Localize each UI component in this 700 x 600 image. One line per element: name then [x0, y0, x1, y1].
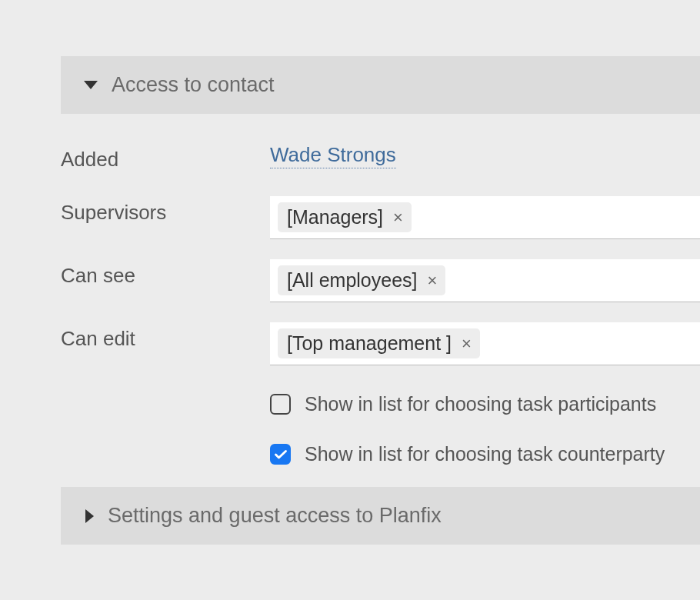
section-title-guest-access: Settings and guest access to Planfix [108, 504, 442, 528]
section-header-guest-access[interactable]: Settings and guest access to Planfix [61, 487, 700, 545]
checkbox-participants-label: Show in list for choosing task participa… [305, 393, 656, 415]
tag-all-employees: [All employees] × [278, 265, 445, 295]
checkbox-counterparty-label: Show in list for choosing task counterpa… [305, 443, 665, 465]
close-icon[interactable]: × [425, 272, 440, 289]
tag-label: [Managers] [287, 206, 383, 228]
tag-top-management: [Top management ] × [278, 328, 480, 358]
can-edit-input[interactable]: [Top management ] × [270, 322, 700, 365]
tag-managers: [Managers] × [278, 202, 412, 232]
section-header-access[interactable]: Access to contact [61, 56, 700, 114]
checkbox-counterparty[interactable] [270, 444, 291, 465]
can-see-label: Can see [61, 259, 270, 288]
chevron-right-icon [85, 509, 94, 523]
tag-label: [All employees] [287, 269, 418, 292]
checkmark-icon [275, 450, 287, 459]
can-see-input[interactable]: [All employees] × [270, 259, 700, 302]
close-icon[interactable]: × [391, 209, 405, 226]
can-edit-label: Can edit [61, 322, 270, 351]
supervisors-input[interactable]: [Managers] × [270, 196, 700, 239]
added-value-link[interactable]: Wade Strongs [270, 143, 396, 168]
close-icon[interactable]: × [459, 335, 474, 352]
tag-label: [Top management ] [287, 332, 452, 355]
supervisors-label: Supervisors [61, 196, 270, 225]
checkbox-participants[interactable] [270, 394, 291, 415]
chevron-down-icon [84, 81, 98, 89]
section-title-access: Access to contact [112, 73, 275, 97]
added-label: Added [61, 143, 270, 172]
